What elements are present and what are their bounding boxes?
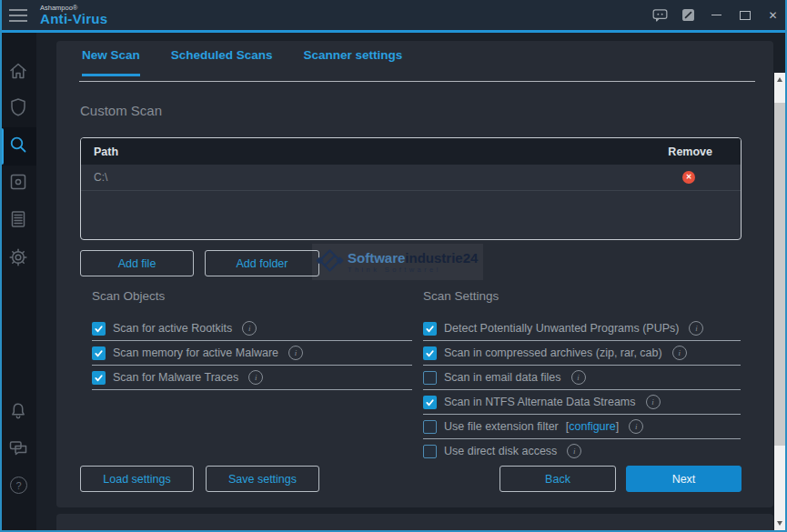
add-folder-button[interactable]: Add folder — [205, 250, 319, 276]
watermark-brand-dark: industrie24 — [405, 250, 478, 266]
scan-card: New Scan Scheduled Scans Scanner setting… — [56, 41, 773, 507]
info-icon[interactable]: i — [248, 370, 263, 385]
menu-button[interactable] — [0, 0, 36, 30]
table-row: C:\ ✕ — [81, 165, 741, 191]
scan-option-row: Scan memory for active Malware [] i — [92, 341, 412, 366]
record-icon — [7, 171, 29, 193]
back-button[interactable]: Back — [499, 466, 616, 492]
save-settings-button[interactable]: Save settings — [206, 466, 319, 492]
vertical-scrollbar[interactable] — [774, 73, 785, 530]
scan-option-label: Detect Potentially Unwanted Programs (PU… — [444, 322, 679, 335]
scan-option-label: Scan in compressed archives (zip, rar, c… — [444, 346, 662, 359]
shield-icon — [7, 96, 29, 118]
scan-option-row: Scan for active Rootkits [] i — [92, 316, 412, 341]
window-border-left — [0, 0, 2, 532]
brand-top-label: Ashampoo® — [40, 5, 107, 12]
report-icon — [7, 208, 29, 230]
scan-option-row: Detect Potentially Unwanted Programs (PU… — [423, 316, 741, 341]
watermark-tagline: Think Software! — [348, 266, 478, 274]
news-icon[interactable] — [674, 0, 702, 30]
info-icon[interactable]: i — [288, 346, 303, 360]
column-path: Path — [94, 146, 118, 158]
info-icon[interactable]: i — [646, 395, 661, 409]
scroll-down-arrow[interactable] — [774, 517, 785, 530]
sidebar-item-notifications[interactable] — [7, 400, 29, 422]
checkbox[interactable] — [92, 322, 106, 336]
column-remove: Remove — [668, 146, 712, 158]
window-controls: ✕ — [646, 0, 787, 30]
scan-objects-list: Scan for active Rootkits [] i Scan memor… — [92, 316, 412, 390]
path-table-header: Path Remove — [81, 138, 741, 165]
sidebar-item-home[interactable] — [7, 60, 29, 82]
tab-scheduled-scans[interactable]: Scheduled Scans — [171, 48, 273, 76]
chat-bubbles-icon — [7, 437, 29, 458]
load-settings-button[interactable]: Load settings — [80, 466, 194, 492]
watermark: Softwareindustrie24 Think Software! — [312, 244, 483, 280]
info-icon[interactable]: i — [571, 370, 586, 385]
close-button[interactable]: ✕ — [759, 0, 787, 30]
scan-option-row: Scan for Malware Traces [] i — [92, 366, 412, 390]
add-file-button[interactable]: Add file — [80, 250, 194, 276]
maximize-button[interactable] — [731, 0, 759, 30]
sidebar-item-feedback[interactable] — [7, 437, 29, 458]
sidebar-item-protection[interactable] — [7, 96, 29, 118]
checkbox[interactable] — [423, 346, 437, 360]
checkbox[interactable] — [423, 322, 437, 336]
gear-icon — [7, 246, 29, 268]
titlebar: Ashampoo® Anti-Virus ✕ — [0, 0, 787, 33]
feedback-chat-icon[interactable] — [646, 0, 674, 30]
bell-icon — [7, 400, 29, 422]
info-icon[interactable]: i — [689, 321, 703, 336]
scan-objects-section: Scan Objects Scan for active Rootkits []… — [92, 289, 412, 390]
scan-option-label: Scan in email data files — [444, 371, 561, 384]
scan-settings-title: Scan Settings — [423, 289, 741, 303]
app-brand: Ashampoo® Anti-Virus — [40, 5, 107, 26]
tab-new-scan[interactable]: New Scan — [82, 48, 140, 76]
scan-objects-title: Scan Objects — [92, 289, 412, 303]
help-icon: ? — [10, 477, 27, 494]
app-title: Anti-Virus — [40, 12, 107, 25]
checkbox[interactable] — [423, 445, 437, 458]
checkbox[interactable] — [423, 420, 437, 434]
sidebar-item-settings[interactable] — [7, 246, 29, 268]
scan-settings-list: Detect Potentially Unwanted Programs (PU… — [423, 316, 741, 463]
tab-bar: New Scan Scheduled Scans Scanner setting… — [82, 48, 402, 76]
scan-option-label: Scan memory for active Malware — [113, 346, 278, 359]
sidebar-item-scan[interactable] — [7, 134, 29, 156]
info-icon[interactable]: i — [672, 346, 687, 360]
path-cell: C:\ — [94, 171, 107, 184]
page-title: Custom Scan — [80, 103, 162, 118]
scan-option-row: Use direct disk access [] i — [423, 439, 741, 463]
scan-option-label: Scan in NTFS Alternate Data Streams — [444, 396, 636, 408]
tabs-divider — [79, 81, 755, 82]
info-icon[interactable]: i — [242, 321, 257, 336]
sidebar-item-help[interactable]: ? — [7, 474, 29, 496]
info-icon[interactable]: i — [567, 444, 581, 458]
checkbox[interactable] — [92, 371, 106, 385]
watermark-brand-blue: Software — [348, 250, 405, 266]
checkbox[interactable] — [92, 346, 106, 360]
tab-scanner-settings[interactable]: Scanner settings — [304, 48, 403, 76]
next-section-peek — [56, 514, 773, 530]
sidebar-item-reports[interactable] — [7, 208, 29, 230]
minimize-button[interactable] — [702, 0, 731, 30]
scan-option-label: Use file extension filter — [444, 420, 559, 433]
home-icon — [7, 60, 29, 82]
scrollbar-thumb[interactable] — [774, 103, 785, 446]
info-icon[interactable]: i — [629, 419, 643, 434]
checkbox[interactable] — [423, 371, 437, 385]
scan-option-row: Scan in email data files [] i — [423, 366, 741, 390]
search-icon — [7, 134, 29, 156]
remove-path-button[interactable]: ✕ — [682, 171, 695, 184]
sidebar-item-quarantine[interactable] — [7, 171, 29, 193]
scan-option-label: Scan for active Rootkits — [113, 322, 232, 335]
next-button[interactable]: Next — [626, 466, 742, 492]
scan-option-label: Use direct disk access — [444, 445, 557, 457]
scan-settings-section: Scan Settings Detect Potentially Unwante… — [423, 289, 741, 463]
configure-link[interactable]: [configure] — [566, 420, 619, 433]
sidebar: ? — [0, 33, 36, 532]
scroll-up-arrow[interactable] — [774, 73, 785, 86]
watermark-logo-icon — [315, 246, 345, 279]
checkbox[interactable] — [423, 396, 437, 409]
scan-option-row: Scan in NTFS Alternate Data Streams [] i — [423, 390, 741, 415]
